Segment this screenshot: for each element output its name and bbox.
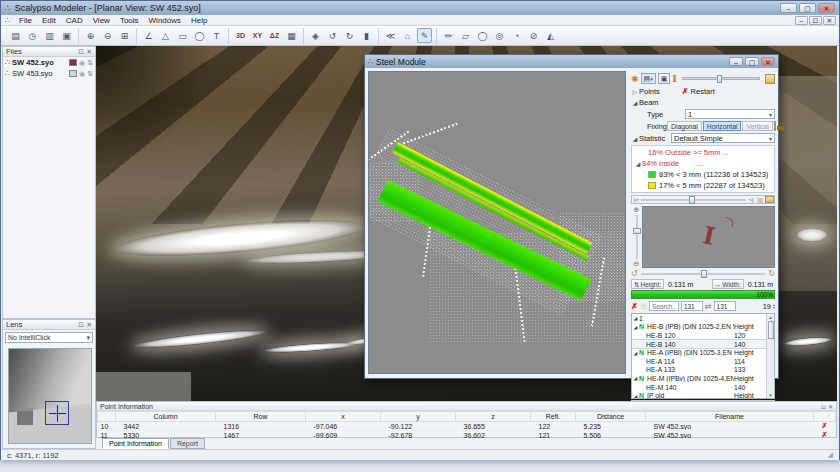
file-visibility-icon[interactable]: ◉ xyxy=(79,59,85,67)
arc-fit-icon[interactable]: ◔ xyxy=(509,28,524,43)
profile-preview-viewport[interactable]: I xyxy=(642,206,775,268)
expander-open-icon[interactable]: ◢ xyxy=(631,99,639,106)
mdi-minimize-button[interactable]: – xyxy=(795,16,808,25)
tree-row[interactable]: HE-M 140 140 xyxy=(632,383,774,392)
favorites-star-icon[interactable]: ☆ xyxy=(640,302,647,311)
cone-fit-icon[interactable]: ◭ xyxy=(543,28,558,43)
expander-open-icon[interactable]: ◢ xyxy=(634,160,642,167)
plus-icon[interactable]: ⊕ xyxy=(634,206,640,214)
file-color-swatch[interactable] xyxy=(69,59,77,66)
zoom-in-icon[interactable]: ⊕ xyxy=(83,28,98,43)
image-view-icon[interactable]: ▤ xyxy=(8,28,23,43)
pin-icon[interactable]: ⊡ xyxy=(821,403,826,410)
col-header-y[interactable]: y xyxy=(381,412,456,422)
tree-row[interactable]: ◢ N HE-A (IPBl) (DIN 1025-3,EN 53-62) He… xyxy=(632,348,774,357)
tab-point-information[interactable]: Point Information xyxy=(102,438,169,449)
tree-row[interactable]: ◢ N HE-B (IPB) (DIN 1025-2,EN 53-62) Hei… xyxy=(632,323,774,332)
pin-icon[interactable]: ⊡ xyxy=(78,321,84,329)
minimize-button[interactable]: – xyxy=(780,3,797,13)
view-3d-icon[interactable]: 3D xyxy=(233,28,248,43)
slice-icon[interactable]: ⊘ xyxy=(526,28,541,43)
chart-icon[interactable]: ▥ xyxy=(755,196,765,203)
expander-icon[interactable]: ◢ xyxy=(632,324,639,330)
view-xy-icon[interactable]: XY xyxy=(250,28,265,43)
fixing-horizontal-button[interactable]: Horizontal xyxy=(703,121,742,131)
file-sync-icon[interactable]: ⇅ xyxy=(87,70,93,78)
circle-icon[interactable]: ◯ xyxy=(192,28,207,43)
text-icon[interactable]: T xyxy=(209,28,224,43)
menu-tools[interactable]: Tools xyxy=(115,16,144,25)
pencil-icon[interactable]: ✏ xyxy=(441,28,456,43)
menu-help[interactable]: Help xyxy=(186,16,212,25)
save-icon[interactable]: ▥ xyxy=(42,28,57,43)
scrollbar-thumb[interactable] xyxy=(768,321,774,339)
file-row[interactable]: ∴ SW 452.syo ◉ ⇅ xyxy=(3,57,95,68)
history-icon[interactable]: ◷ xyxy=(25,28,40,43)
polygon-icon[interactable]: △ xyxy=(158,28,173,43)
maximize-button[interactable]: ▢ xyxy=(799,3,816,13)
tree-row[interactable]: HE-A 114 114 xyxy=(632,357,774,366)
rotate-right-icon[interactable]: ↻ xyxy=(768,270,775,278)
rectangle-icon[interactable]: ▭ xyxy=(175,28,190,43)
expander-icon[interactable]: ◢ xyxy=(632,315,639,321)
home-icon[interactable]: ⌂ xyxy=(400,28,415,43)
zoom-out-icon[interactable]: ⊖ xyxy=(100,28,115,43)
width-button[interactable]: ↔ Width: xyxy=(712,279,744,289)
fixing-vertical-button[interactable]: Vertical xyxy=(742,121,772,131)
rotate-right-icon[interactable]: ↻ xyxy=(342,28,357,43)
statistic-preset-dropdown[interactable]: Default Simple ▾ xyxy=(671,133,775,143)
menu-cad[interactable]: CAD xyxy=(61,16,88,25)
rotate-left-icon[interactable]: ↺ xyxy=(325,28,340,43)
lock-icon[interactable] xyxy=(774,121,776,131)
slider-thumb[interactable] xyxy=(633,228,641,234)
slider-thumb[interactable] xyxy=(701,270,707,278)
vertical-zoom-slider[interactable]: ⊕ ⊖ xyxy=(631,206,642,268)
spin-down-icon[interactable]: ▾ xyxy=(773,306,775,309)
dialog-minimize-button[interactable]: – xyxy=(729,57,743,66)
close-icon[interactable]: ✕ xyxy=(86,321,92,329)
cylinder-fit-icon[interactable]: ◎ xyxy=(492,28,507,43)
scroll-down-icon[interactable]: ▾ xyxy=(769,392,772,398)
col-header-distance[interactable]: Distance xyxy=(576,412,646,422)
zoom-window-icon[interactable]: ⊞ xyxy=(117,28,132,43)
list-view-button[interactable]: ▤ ▾ xyxy=(641,73,656,84)
tree-row[interactable]: ◢ N IP old Height xyxy=(632,391,774,399)
points-row[interactable]: ▷ Points ✗ Restart xyxy=(629,86,777,97)
count-spinner[interactable]: ▴ ▾ xyxy=(773,303,775,309)
mdi-close-button[interactable]: ✕ xyxy=(823,16,836,25)
type-dropdown[interactable]: 1 ▾ xyxy=(685,109,775,119)
scroll-up-icon[interactable]: ▴ xyxy=(769,314,772,320)
point-marker-icon[interactable]: ◈ xyxy=(308,28,323,43)
restart-button[interactable]: ✗ Restart xyxy=(682,87,715,96)
menu-view[interactable]: View xyxy=(88,16,115,25)
expander-closed-icon[interactable]: ▷ xyxy=(631,88,639,95)
tree-row[interactable]: HE-B 120 120 xyxy=(632,331,774,340)
save-all-icon[interactable]: ▣ xyxy=(59,28,74,43)
slider-thumb[interactable] xyxy=(717,75,722,83)
tree-row[interactable]: ◢ 1 xyxy=(632,314,774,323)
menu-file[interactable]: File xyxy=(14,16,37,25)
profile-tree[interactable]: ◢ 1 ◢ N HE-B (IPB) (DIN 1025-2,EN 53-62)… xyxy=(631,313,775,399)
file-row[interactable]: ∴ SW 453.syo ◉ ⇅ xyxy=(3,68,95,79)
settings-gear-icon[interactable]: ✱ xyxy=(631,74,639,84)
dialog-close-button[interactable]: ✕ xyxy=(761,57,775,66)
folder-button[interactable]: ▣ xyxy=(658,73,671,84)
height-button[interactable]: ⇅ Height: xyxy=(631,279,664,289)
section-position-slider[interactable]: |< >| ▥ xyxy=(631,195,775,204)
minus-icon[interactable]: ⊖ xyxy=(634,260,640,268)
tree-row[interactable]: ◢ N HE-M (IPBv) (DIN 1025-4,EN 53-62) He… xyxy=(632,374,774,383)
tree-row[interactable]: HE-A 133 133 xyxy=(632,366,774,375)
close-icon[interactable]: ✕ xyxy=(86,48,92,56)
height-to-input[interactable] xyxy=(714,301,736,311)
col-header-z[interactable]: z xyxy=(456,412,531,422)
col-header-filename[interactable]: Filename xyxy=(646,412,814,422)
col-header-x[interactable]: x xyxy=(306,412,381,422)
file-visibility-icon[interactable]: ◉ xyxy=(79,70,85,78)
sketch-icon[interactable]: ✎ xyxy=(417,28,432,43)
beam-section-row[interactable]: ◢ Beam xyxy=(629,97,777,108)
tree-row-selected[interactable]: HE-B 140 140 xyxy=(632,340,774,349)
resize-grip[interactable]: ◢ xyxy=(828,451,833,459)
beam-3d-viewport[interactable] xyxy=(368,71,626,374)
slider-thumb[interactable] xyxy=(689,196,695,204)
expander-open-icon[interactable]: ◢ xyxy=(631,135,639,142)
